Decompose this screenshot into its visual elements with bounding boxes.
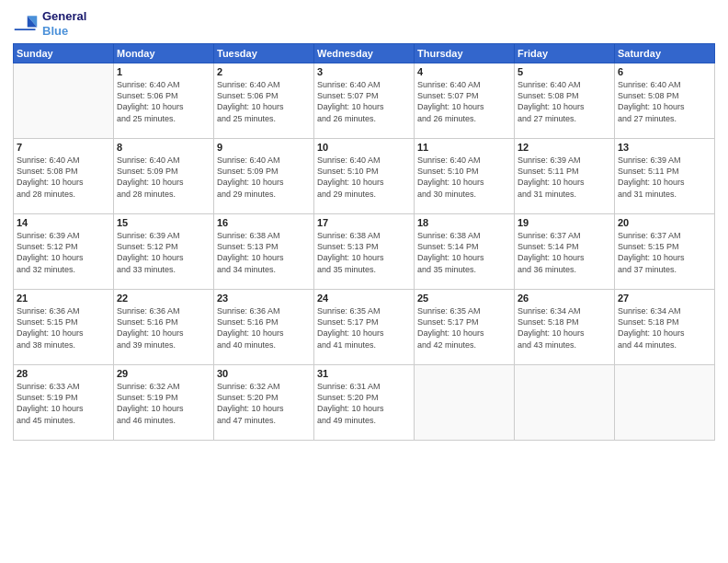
- calendar-cell: 3Sunrise: 6:40 AM Sunset: 5:07 PM Daylig…: [314, 63, 415, 139]
- calendar-cell: 8Sunrise: 6:40 AM Sunset: 5:09 PM Daylig…: [114, 139, 214, 214]
- col-header-wednesday: Wednesday: [314, 44, 415, 63]
- day-info: Sunrise: 6:35 AM Sunset: 5:17 PM Dayligh…: [417, 305, 511, 350]
- col-header-saturday: Saturday: [615, 44, 715, 63]
- day-info: Sunrise: 6:37 AM Sunset: 5:14 PM Dayligh…: [518, 230, 611, 275]
- header-row: SundayMondayTuesdayWednesdayThursdayFrid…: [14, 44, 715, 63]
- calendar-cell: 16Sunrise: 6:38 AM Sunset: 5:13 PM Dayli…: [214, 214, 314, 290]
- calendar-cell: [14, 63, 114, 139]
- day-info: Sunrise: 6:36 AM Sunset: 5:16 PM Dayligh…: [117, 305, 210, 350]
- calendar-cell: 30Sunrise: 6:32 AM Sunset: 5:20 PM Dayli…: [214, 365, 314, 441]
- calendar-cell: 1Sunrise: 6:40 AM Sunset: 5:06 PM Daylig…: [114, 63, 214, 139]
- day-number: 25: [417, 293, 511, 304]
- day-number: 24: [317, 293, 411, 304]
- calendar-cell: 27Sunrise: 6:34 AM Sunset: 5:18 PM Dayli…: [615, 290, 715, 365]
- calendar-cell: 22Sunrise: 6:36 AM Sunset: 5:16 PM Dayli…: [114, 290, 214, 365]
- day-number: 6: [618, 66, 711, 77]
- calendar-cell: 21Sunrise: 6:36 AM Sunset: 5:15 PM Dayli…: [14, 290, 114, 365]
- calendar-cell: 12Sunrise: 6:39 AM Sunset: 5:11 PM Dayli…: [515, 139, 615, 214]
- day-info: Sunrise: 6:39 AM Sunset: 5:12 PM Dayligh…: [17, 230, 110, 275]
- day-info: Sunrise: 6:36 AM Sunset: 5:15 PM Dayligh…: [17, 305, 110, 350]
- calendar-cell: 9Sunrise: 6:40 AM Sunset: 5:09 PM Daylig…: [214, 139, 314, 214]
- col-header-friday: Friday: [515, 44, 615, 63]
- day-number: 12: [518, 142, 611, 153]
- day-info: Sunrise: 6:36 AM Sunset: 5:16 PM Dayligh…: [217, 305, 311, 350]
- day-number: 20: [618, 217, 711, 228]
- day-number: 27: [618, 293, 711, 304]
- calendar-cell: [615, 365, 715, 441]
- day-number: 19: [518, 217, 611, 228]
- day-info: Sunrise: 6:40 AM Sunset: 5:06 PM Dayligh…: [117, 79, 210, 124]
- day-info: Sunrise: 6:40 AM Sunset: 5:08 PM Dayligh…: [618, 79, 711, 124]
- logo: General Blue: [13, 9, 86, 38]
- day-number: 29: [117, 368, 210, 379]
- calendar-cell: 25Sunrise: 6:35 AM Sunset: 5:17 PM Dayli…: [415, 290, 515, 365]
- col-header-tuesday: Tuesday: [214, 44, 314, 63]
- calendar-table: SundayMondayTuesdayWednesdayThursdayFrid…: [13, 43, 715, 441]
- day-number: 15: [117, 217, 210, 228]
- day-info: Sunrise: 6:39 AM Sunset: 5:12 PM Dayligh…: [117, 230, 210, 275]
- day-number: 18: [417, 217, 511, 228]
- day-number: 13: [618, 142, 711, 153]
- calendar-cell: 31Sunrise: 6:31 AM Sunset: 5:20 PM Dayli…: [314, 365, 415, 441]
- day-number: 8: [117, 142, 210, 153]
- day-info: Sunrise: 6:40 AM Sunset: 5:06 PM Dayligh…: [217, 79, 311, 124]
- day-number: 16: [217, 217, 311, 228]
- day-info: Sunrise: 6:40 AM Sunset: 5:09 PM Dayligh…: [217, 155, 311, 200]
- day-info: Sunrise: 6:34 AM Sunset: 5:18 PM Dayligh…: [618, 305, 711, 350]
- calendar-cell: 11Sunrise: 6:40 AM Sunset: 5:10 PM Dayli…: [415, 139, 515, 214]
- day-number: 4: [417, 66, 511, 77]
- day-number: 30: [217, 368, 311, 379]
- day-info: Sunrise: 6:37 AM Sunset: 5:15 PM Dayligh…: [618, 230, 711, 275]
- day-info: Sunrise: 6:35 AM Sunset: 5:17 PM Dayligh…: [317, 305, 411, 350]
- day-number: 7: [17, 142, 110, 153]
- calendar-cell: 23Sunrise: 6:36 AM Sunset: 5:16 PM Dayli…: [214, 290, 314, 365]
- day-info: Sunrise: 6:40 AM Sunset: 5:09 PM Dayligh…: [117, 155, 210, 200]
- day-number: 10: [317, 142, 411, 153]
- calendar-cell: 20Sunrise: 6:37 AM Sunset: 5:15 PM Dayli…: [615, 214, 715, 290]
- day-info: Sunrise: 6:32 AM Sunset: 5:20 PM Dayligh…: [217, 381, 311, 426]
- day-info: Sunrise: 6:38 AM Sunset: 5:14 PM Dayligh…: [417, 230, 511, 275]
- header: General Blue: [13, 9, 715, 38]
- calendar-cell: 13Sunrise: 6:39 AM Sunset: 5:11 PM Dayli…: [615, 139, 715, 214]
- day-number: 3: [317, 66, 411, 77]
- calendar-cell: 7Sunrise: 6:40 AM Sunset: 5:08 PM Daylig…: [14, 139, 114, 214]
- day-number: 11: [417, 142, 511, 153]
- calendar-cell: 10Sunrise: 6:40 AM Sunset: 5:10 PM Dayli…: [314, 139, 415, 214]
- week-row-1: 1Sunrise: 6:40 AM Sunset: 5:06 PM Daylig…: [14, 63, 715, 139]
- day-info: Sunrise: 6:33 AM Sunset: 5:19 PM Dayligh…: [17, 381, 110, 426]
- calendar-cell: 2Sunrise: 6:40 AM Sunset: 5:06 PM Daylig…: [214, 63, 314, 139]
- col-header-monday: Monday: [114, 44, 214, 63]
- day-number: 26: [518, 293, 611, 304]
- week-row-2: 7Sunrise: 6:40 AM Sunset: 5:08 PM Daylig…: [14, 139, 715, 214]
- day-info: Sunrise: 6:40 AM Sunset: 5:10 PM Dayligh…: [317, 155, 411, 200]
- day-info: Sunrise: 6:38 AM Sunset: 5:13 PM Dayligh…: [217, 230, 311, 275]
- day-number: 17: [317, 217, 411, 228]
- day-number: 5: [518, 66, 611, 77]
- calendar-cell: 19Sunrise: 6:37 AM Sunset: 5:14 PM Dayli…: [515, 214, 615, 290]
- day-number: 9: [217, 142, 311, 153]
- day-info: Sunrise: 6:40 AM Sunset: 5:08 PM Dayligh…: [518, 79, 611, 124]
- day-number: 21: [17, 293, 110, 304]
- calendar-cell: 26Sunrise: 6:34 AM Sunset: 5:18 PM Dayli…: [515, 290, 615, 365]
- week-row-5: 28Sunrise: 6:33 AM Sunset: 5:19 PM Dayli…: [14, 365, 715, 441]
- calendar-cell: [515, 365, 615, 441]
- day-info: Sunrise: 6:40 AM Sunset: 5:10 PM Dayligh…: [417, 155, 511, 200]
- col-header-thursday: Thursday: [415, 44, 515, 63]
- day-number: 28: [17, 368, 110, 379]
- calendar-cell: 18Sunrise: 6:38 AM Sunset: 5:14 PM Dayli…: [415, 214, 515, 290]
- day-info: Sunrise: 6:40 AM Sunset: 5:08 PM Dayligh…: [17, 155, 110, 200]
- calendar-cell: 28Sunrise: 6:33 AM Sunset: 5:19 PM Dayli…: [14, 365, 114, 441]
- day-number: 2: [217, 66, 311, 77]
- day-info: Sunrise: 6:32 AM Sunset: 5:19 PM Dayligh…: [117, 381, 210, 426]
- day-info: Sunrise: 6:34 AM Sunset: 5:18 PM Dayligh…: [518, 305, 611, 350]
- calendar-cell: 14Sunrise: 6:39 AM Sunset: 5:12 PM Dayli…: [14, 214, 114, 290]
- calendar-cell: [415, 365, 515, 441]
- day-number: 22: [117, 293, 210, 304]
- page: General Blue SundayMondayTuesdayWednesda…: [0, 0, 728, 563]
- day-info: Sunrise: 6:38 AM Sunset: 5:13 PM Dayligh…: [317, 230, 411, 275]
- day-info: Sunrise: 6:39 AM Sunset: 5:11 PM Dayligh…: [618, 155, 711, 200]
- logo-text: General Blue: [42, 9, 86, 38]
- calendar-cell: 24Sunrise: 6:35 AM Sunset: 5:17 PM Dayli…: [314, 290, 415, 365]
- calendar-cell: 17Sunrise: 6:38 AM Sunset: 5:13 PM Dayli…: [314, 214, 415, 290]
- calendar-cell: 15Sunrise: 6:39 AM Sunset: 5:12 PM Dayli…: [114, 214, 214, 290]
